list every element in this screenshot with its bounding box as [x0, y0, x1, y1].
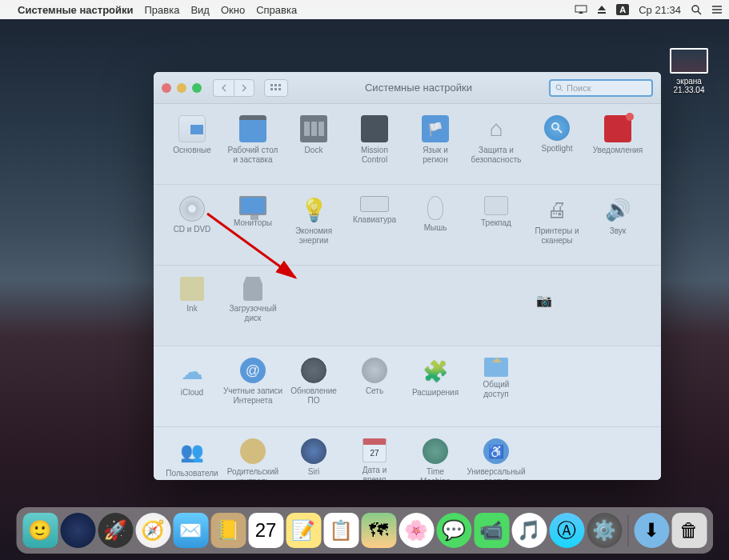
pane-printers[interactable]: 🖨Принтеры и сканеры [527, 196, 587, 254]
pane-ink[interactable]: Ink [162, 277, 222, 334]
spotlight-icon[interactable] [691, 4, 702, 15]
close-button[interactable] [162, 83, 171, 93]
pane-label: Дата и время [362, 466, 387, 480]
pane-sound[interactable]: 🔊Звук [587, 196, 648, 254]
dock-itunes[interactable]: 🎵 [511, 513, 547, 548]
input-source[interactable]: А [616, 4, 629, 15]
pane-cd-dvd[interactable]: CD и DVD [162, 196, 222, 254]
back-button[interactable] [213, 79, 234, 97]
pane-parental[interactable]: Родительский контроль [222, 438, 283, 480]
mouse-icon [427, 196, 443, 220]
mission-icon [361, 115, 388, 142]
icloud-icon: ☁ [178, 358, 206, 385]
airplay-icon[interactable] [575, 5, 587, 14]
pane-label: Ink [186, 304, 197, 314]
screenshot-thumbnail [670, 48, 708, 74]
pane-extensions[interactable]: 🧩Расширения [405, 358, 466, 415]
svg-rect-1 [598, 12, 606, 14]
ink-icon [180, 277, 204, 301]
preference-panes: ОсновныеРабочий стол и заставкаDockMissi… [154, 104, 661, 480]
desktop-screenshot-file[interactable]: экрана 21.33.04 [665, 48, 713, 94]
security-icon: ⌂ [483, 115, 510, 142]
pane-network[interactable]: Сеть [344, 358, 405, 415]
dock-facetime[interactable]: 📹 [474, 513, 509, 548]
pane-accessibility[interactable]: ♿Универсальный доступ [466, 438, 527, 480]
dock-system-preferences[interactable]: ⚙️ [587, 513, 622, 548]
pane-spotlight[interactable]: Spotlight [527, 115, 587, 173]
displays-icon [239, 196, 266, 215]
notification-center-icon[interactable] [711, 5, 723, 14]
search-placeholder: Поиск [567, 83, 591, 93]
dock-downloads[interactable]: ⬇ [634, 513, 669, 548]
pane-general[interactable]: Основные [162, 115, 222, 173]
zoom-button[interactable] [192, 83, 202, 93]
energy-icon: 💡 [300, 196, 327, 223]
svg-rect-7 [270, 84, 273, 86]
search-field[interactable]: Поиск [549, 79, 653, 97]
pane-sharing[interactable]: Общий доступ [466, 358, 527, 415]
traffic-lights [162, 83, 202, 93]
dock-siri[interactable] [60, 513, 95, 548]
pane-keyboard[interactable]: Клавиатура [344, 196, 405, 254]
show-all-button[interactable] [264, 79, 288, 97]
pane-software-update[interactable]: Обновление ПО [283, 358, 344, 415]
pane-security[interactable]: ⌂Защита и безопасность [466, 115, 527, 173]
dock-safari[interactable]: 🧭 [135, 513, 170, 548]
dock-calendar[interactable]: 27 [248, 513, 283, 548]
app-menu[interactable]: Системные настройки [18, 4, 134, 16]
dock-finder[interactable]: 🙂 [22, 513, 58, 548]
pane-label: Сеть [366, 386, 383, 396]
pane-label: Обновление ПО [290, 386, 337, 405]
pane-desktop[interactable]: Рабочий стол и заставка [222, 115, 283, 173]
sharing-icon [484, 358, 508, 377]
forward-button[interactable] [234, 79, 254, 97]
pane-time-machine[interactable]: Time Machine [405, 438, 466, 480]
dock-contacts[interactable]: 📒 [210, 513, 246, 548]
eject-icon[interactable] [597, 5, 607, 14]
spotlight-icon [544, 115, 570, 141]
menu-window[interactable]: Окно [221, 4, 245, 16]
pane-label: iCloud [181, 388, 203, 398]
pane-notifications[interactable]: Уведомления [587, 115, 648, 173]
dock-reminders[interactable]: 📋 [323, 513, 358, 548]
pane-siri[interactable]: Siri [283, 438, 344, 480]
pane-label: Mission Control [361, 146, 388, 164]
dock-photos[interactable]: 🌸 [399, 513, 434, 548]
dock-messages[interactable]: 💬 [436, 513, 471, 548]
pane-label: Основные [173, 146, 210, 155]
pane-icloud[interactable]: ☁iCloud [162, 358, 222, 415]
pane-energy[interactable]: 💡Экономия энергии [283, 196, 344, 254]
clock[interactable]: Ср 21:34 [639, 4, 681, 16]
pane-displays[interactable]: Мониторы [222, 196, 283, 254]
pane-startup-disk[interactable]: Загрузочный диск [222, 277, 283, 334]
pane-dock[interactable]: Dock [283, 115, 344, 173]
pane-trackpad[interactable]: Трекпад [466, 196, 527, 254]
trackpad-icon [484, 196, 508, 215]
dock-trash[interactable]: 🗑 [671, 513, 707, 548]
menu-help[interactable]: Справка [256, 4, 297, 16]
pane-language[interactable]: 🏳️Язык и регион [405, 115, 466, 173]
menubar: Системные настройки Правка Вид Окно Спра… [0, 0, 729, 19]
svg-rect-10 [270, 88, 273, 90]
pane-internet-accounts[interactable]: @Учетные записи Интернета [222, 358, 283, 415]
dock-launchpad[interactable]: 🚀 [98, 513, 133, 548]
accessibility-icon: ♿ [483, 438, 509, 464]
minimize-button[interactable] [177, 83, 186, 93]
pane-mission[interactable]: Mission Control [344, 115, 405, 173]
pane-label: Принтеры и сканеры [535, 226, 579, 245]
printers-icon: 🖨 [543, 196, 571, 223]
dock-mail[interactable]: ✉️ [173, 513, 208, 548]
dock-maps[interactable]: 🗺 [361, 513, 396, 548]
dock-appstore[interactable]: Ⓐ [549, 513, 584, 548]
keyboard-icon [360, 196, 389, 212]
svg-line-16 [558, 129, 562, 133]
pane-date-time[interactable]: 27Дата и время [344, 438, 405, 480]
dock-notes[interactable]: 📝 [286, 513, 321, 548]
svg-rect-8 [274, 84, 277, 86]
pane-users[interactable]: 👥Пользователи и группы [162, 438, 222, 480]
titlebar: Системные настройки Поиск [154, 72, 661, 104]
menu-edit[interactable]: Правка [145, 4, 180, 16]
menu-view[interactable]: Вид [190, 4, 210, 16]
pane-mouse[interactable]: Мышь [405, 196, 466, 254]
parental-icon [240, 438, 266, 464]
